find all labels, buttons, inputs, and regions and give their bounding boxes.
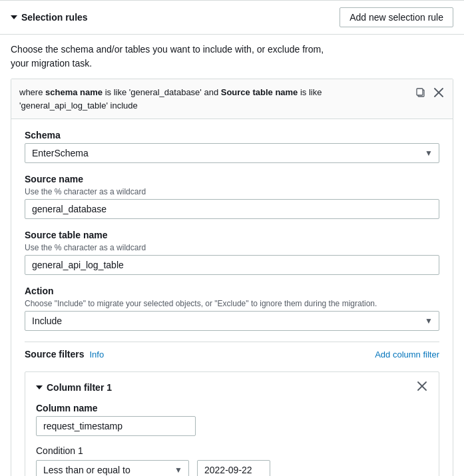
condition-row: Condition 1 Less than or equal to Less t… <box>36 445 428 476</box>
source-table-label: Source table name <box>25 230 439 240</box>
rule-body: Schema EnterSchema ▼ Source name Use the… <box>11 119 453 476</box>
source-filters-title: Source filters <box>25 349 84 359</box>
section-header: Selection rules Add new selection rule <box>0 0 464 35</box>
add-column-filter-button[interactable]: Add column filter <box>375 350 439 359</box>
action-label: Action <box>25 286 439 296</box>
rule-header: where schema name is like 'general_datab… <box>11 79 453 119</box>
section-title-text: Selection rules <box>21 12 88 23</box>
source-name-hint: Use the % character as a wildcard <box>25 187 439 196</box>
column-filter-title: Column filter 1 <box>36 382 112 393</box>
section-chevron-icon <box>11 15 17 19</box>
close-column-filter-icon <box>417 381 427 391</box>
schema-group: Schema EnterSchema ▼ <box>25 130 439 163</box>
add-rule-button[interactable]: Add new selection rule <box>340 7 453 27</box>
condition-select[interactable]: Less than or equal to Less than Greater … <box>36 460 189 476</box>
condition-inputs: Less than or equal to Less than Greater … <box>36 460 428 476</box>
source-name-group: Source name Use the % character as a wil… <box>25 174 439 219</box>
column-filter-container: Column filter 1 Column name Condition 1 <box>25 371 439 476</box>
condition-value-input[interactable] <box>197 460 270 476</box>
condition-select-wrapper: Less than or equal to Less than Greater … <box>36 460 189 476</box>
condition-label: Condition 1 <box>36 445 428 456</box>
column-name-group: Column name <box>36 403 428 436</box>
column-filter-header: Column filter 1 <box>36 380 428 395</box>
section-title: Selection rules <box>11 12 88 23</box>
action-select[interactable]: Include Exclude <box>25 311 439 331</box>
action-hint: Choose "Include" to migrate your selecte… <box>25 299 439 308</box>
action-select-wrapper: Include Exclude ▼ <box>25 311 439 331</box>
rule-container: where schema name is like 'general_datab… <box>11 79 453 476</box>
schema-label: Schema <box>25 130 439 140</box>
schema-select[interactable]: EnterSchema <box>25 143 439 163</box>
source-table-group: Source table name Use the % character as… <box>25 230 439 275</box>
source-name-input[interactable] <box>25 199 439 219</box>
column-filter-chevron-icon <box>36 385 43 389</box>
svg-rect-1 <box>417 89 423 95</box>
source-table-input[interactable] <box>25 255 439 275</box>
source-filters-info-link[interactable]: Info <box>89 350 104 359</box>
source-table-hint: Use the % character as a wildcard <box>25 243 439 252</box>
column-name-input[interactable] <box>36 416 196 436</box>
rule-summary: where schema name is like 'general_datab… <box>19 86 406 112</box>
source-filters-left: Source filters Info <box>25 349 104 359</box>
column-name-label: Column name <box>36 403 428 413</box>
rule-actions <box>414 86 445 99</box>
close-rule-button[interactable] <box>433 87 445 99</box>
close-icon <box>434 88 443 97</box>
schema-select-wrapper: EnterSchema ▼ <box>25 143 439 163</box>
action-group: Action Choose "Include" to migrate your … <box>25 286 439 331</box>
copy-icon <box>415 87 426 98</box>
column-filter-title-text: Column filter 1 <box>47 382 112 393</box>
table-label-bold: Source table name <box>221 87 298 97</box>
copy-rule-button[interactable] <box>414 86 427 99</box>
source-filters-header: Source filters Info Add column filter <box>25 342 439 365</box>
section-description: Choose the schema and/or tables you want… <box>0 35 464 71</box>
schema-label-bold: schema name <box>45 87 103 97</box>
source-name-label: Source name <box>25 174 439 184</box>
close-column-filter-button[interactable] <box>416 380 428 395</box>
